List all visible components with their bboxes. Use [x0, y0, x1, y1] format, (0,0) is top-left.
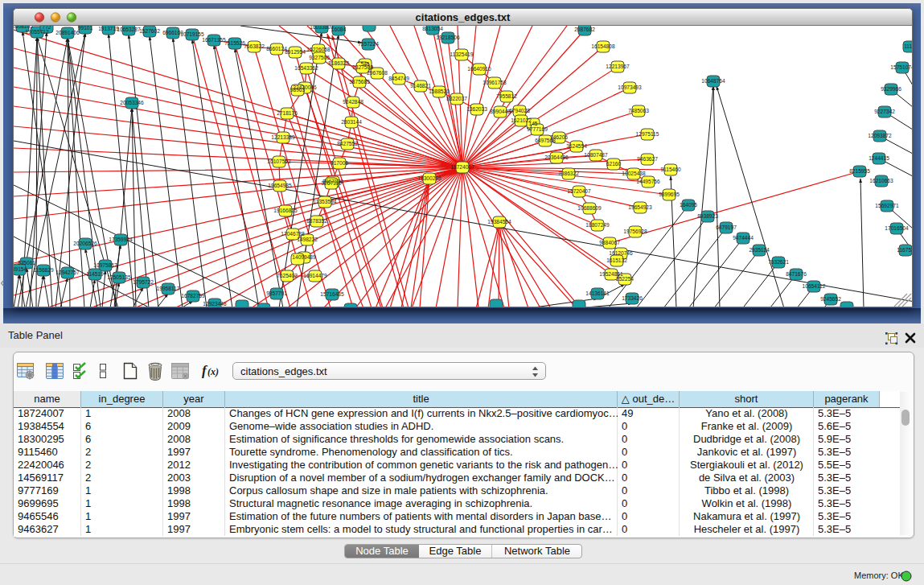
- svg-text:10719155: 10719155: [180, 31, 204, 37]
- svg-text:20364436: 20364436: [544, 154, 569, 160]
- svg-text:1795722: 1795722: [133, 279, 154, 285]
- svg-text:14099489: 14099489: [292, 254, 316, 260]
- svg-text:12093872: 12093872: [868, 133, 892, 138]
- svg-text:(x): (x): [207, 366, 219, 377]
- svg-text:12505135: 12505135: [107, 274, 131, 280]
- svg-text:10653287: 10653287: [117, 27, 141, 32]
- svg-text:835061: 835061: [18, 260, 35, 266]
- svg-text:8471676: 8471676: [786, 271, 807, 277]
- svg-text:11325419: 11325419: [450, 51, 474, 57]
- svg-text:19654923: 19654923: [628, 204, 652, 210]
- svg-text:2935114: 2935114: [749, 247, 770, 253]
- svg-text:2718176: 2718176: [277, 110, 298, 116]
- svg-text:15751074: 15751074: [890, 64, 912, 70]
- svg-text:18807249: 18807249: [585, 222, 610, 228]
- svg-text:20891406: 20891406: [55, 30, 80, 35]
- svg-text:8990448: 8990448: [490, 109, 511, 114]
- svg-text:39154: 39154: [14, 266, 27, 272]
- svg-text:18724007: 18724007: [450, 164, 474, 170]
- svg-text:10973493: 10973493: [618, 84, 642, 90]
- svg-text:1733426: 1733426: [622, 295, 643, 301]
- svg-text:9327506: 9327506: [309, 55, 330, 60]
- svg-text:19055712: 19055712: [25, 29, 49, 35]
- svg-text:10025438: 10025438: [622, 171, 646, 176]
- svg-text:18300295: 18300295: [417, 175, 441, 181]
- svg-text:9327508: 9327508: [352, 64, 373, 70]
- svg-text:19166825: 19166825: [273, 208, 298, 213]
- svg-text:9474444: 9474444: [733, 235, 754, 241]
- svg-text:10975867: 10975867: [93, 262, 117, 268]
- svg-text:7386322: 7386322: [558, 171, 579, 176]
- svg-text:252254: 252254: [616, 276, 634, 282]
- svg-text:12975115: 12975115: [636, 131, 659, 137]
- svg-text:15716485: 15716485: [320, 291, 344, 297]
- svg-text:3624554: 3624554: [566, 143, 587, 149]
- svg-text:8878352: 8878352: [306, 218, 327, 224]
- svg-text:9245652: 9245652: [820, 296, 841, 302]
- svg-text:9884067: 9884067: [599, 240, 620, 245]
- svg-text:9899695: 9899695: [659, 192, 680, 197]
- svg-text:15692971: 15692971: [875, 203, 899, 208]
- svg-text:62160: 62160: [606, 161, 622, 167]
- svg-text:2087682: 2087682: [574, 27, 595, 32]
- svg-text:16084: 16084: [331, 27, 347, 32]
- svg-text:19384554: 19384554: [487, 219, 511, 225]
- svg-text:9777169: 9777169: [527, 126, 548, 132]
- svg-text:16154808: 16154808: [591, 43, 615, 49]
- svg-text:9463627: 9463627: [637, 156, 658, 162]
- svg-text:8186328: 8186328: [328, 60, 349, 66]
- svg-text:8813054: 8813054: [422, 26, 443, 31]
- svg-text:8938923: 8938923: [697, 213, 718, 219]
- svg-text:12942757: 12942757: [55, 270, 80, 275]
- svg-text:1913719: 1913719: [98, 26, 119, 31]
- svg-text:14495756: 14495756: [636, 179, 660, 184]
- svg-text:8912954: 8912954: [285, 49, 306, 55]
- svg-text:9115460: 9115460: [660, 167, 681, 172]
- svg-text:9146821: 9146821: [410, 83, 431, 89]
- svg-text:16210663: 16210663: [869, 178, 893, 183]
- svg-text:17016504: 17016504: [885, 225, 909, 231]
- svg-text:8427552: 8427552: [337, 141, 358, 146]
- svg-text:10648764: 10648764: [701, 78, 725, 84]
- svg-text:9329966: 9329966: [881, 86, 901, 92]
- svg-text:116753: 116753: [897, 247, 912, 253]
- svg-text:10961758: 10961758: [483, 80, 507, 85]
- svg-text:3267110: 3267110: [321, 180, 342, 186]
- svg-text:9242848: 9242848: [343, 99, 363, 105]
- svg-text:10654112: 10654112: [803, 283, 826, 289]
- svg-text:8454749: 8454749: [388, 76, 409, 81]
- svg-text:7955812: 7955812: [496, 93, 517, 99]
- svg-text:15720407: 15720407: [567, 188, 591, 194]
- svg-text:7515526: 7515526: [224, 40, 245, 46]
- svg-text:7663822: 7663822: [244, 43, 265, 49]
- svg-text:917006: 917006: [331, 160, 348, 166]
- svg-text:16033809: 16033809: [310, 26, 334, 30]
- svg-text:20053346: 20053346: [120, 100, 144, 105]
- svg-text:1244415: 1244415: [869, 155, 889, 161]
- svg-text:1498222: 1498222: [297, 237, 318, 242]
- svg-text:19958117: 19958117: [157, 286, 180, 291]
- svg-text:12213967: 12213967: [606, 64, 630, 69]
- svg-text:12923448: 12923448: [203, 301, 227, 307]
- svg-text:16107552: 16107552: [267, 159, 291, 164]
- svg-text:7485063: 7485063: [628, 108, 649, 113]
- svg-text:164095: 164095: [680, 202, 697, 208]
- svg-text:11353594: 11353594: [314, 199, 337, 204]
- svg-text:16120746: 16120746: [609, 250, 633, 256]
- svg-text:14136141: 14136141: [585, 290, 610, 296]
- svg-text:19756928: 19756928: [623, 229, 647, 234]
- svg-text:17046788: 17046788: [281, 231, 305, 237]
- svg-text:98963: 98963: [290, 87, 306, 93]
- svg-text:10807487: 10807487: [584, 152, 608, 158]
- svg-text:746206: 746206: [550, 134, 568, 140]
- svg-text:7357224: 7357224: [358, 41, 379, 47]
- svg-text:16914479: 16914479: [303, 273, 327, 278]
- svg-text:6479197: 6479197: [716, 225, 737, 230]
- svg-text:3875685: 3875685: [349, 79, 370, 84]
- svg-text:2803144: 2803144: [341, 119, 362, 125]
- svg-text:772: 772: [42, 26, 51, 30]
- svg-text:2967608: 2967608: [367, 70, 388, 76]
- svg-text:145: 145: [528, 121, 537, 126]
- svg-text:16782759: 16782759: [181, 293, 205, 299]
- svg-text:16543362: 16543362: [294, 65, 318, 71]
